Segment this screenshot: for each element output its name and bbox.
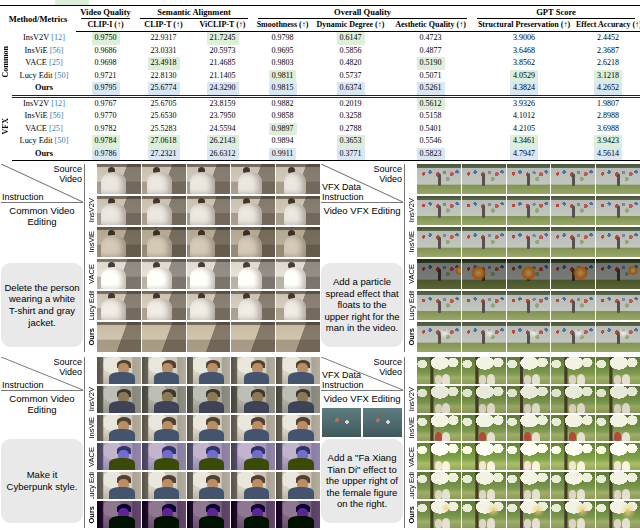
video-frame: [417, 501, 461, 528]
metric-value: 0.6147: [337, 32, 365, 45]
metric-value-cell: 0.5190: [389, 57, 472, 70]
metric-value-cell: 0.5612: [389, 96, 472, 110]
frame-effect-layer: [109, 401, 134, 413]
vfx-data-thumbnails: [321, 220, 403, 249]
metric-value: 0.9897: [269, 123, 297, 136]
metric-value: 22.8130: [148, 70, 180, 83]
video-frame: [462, 415, 506, 442]
frame-figure-layer: [572, 174, 575, 186]
metric-value-cell: 1.9807: [576, 96, 640, 110]
citation-ref: [12]: [49, 99, 65, 108]
video-frame: [417, 291, 461, 321]
video-frame: [97, 472, 141, 499]
row-group-label-text: VFX: [0, 118, 13, 134]
method-row-label: Ours: [85, 501, 97, 528]
frame-figure-layer: [527, 174, 530, 186]
metric-value-cell: 3.9326: [472, 96, 576, 110]
method-row-label: InsV2V: [405, 196, 417, 226]
frame-figure-layer: [617, 174, 620, 186]
video-row: InsViE: [85, 415, 320, 442]
video-frame: [462, 472, 506, 499]
metric-value-cell: 0.6147: [312, 32, 389, 45]
method-row-label-text: Lucy Edit: [87, 472, 96, 499]
method-row-label-text: VACE: [87, 264, 96, 284]
instruction-box: Add a "Fa Xiang Tian Di" effect to the u…: [321, 439, 403, 523]
video-frame: [507, 227, 551, 257]
frame-figure-layer: [190, 267, 215, 289]
frame-effect-layer: [199, 458, 224, 470]
vfx-data-thumbnail: [363, 220, 402, 249]
video-frame: [596, 357, 640, 384]
metric-value: 0.9784: [92, 135, 120, 148]
metric-value: 4.3461: [510, 135, 538, 148]
video-frame: [551, 357, 595, 384]
method-name-cell: Lucy Edit [50]: [12, 135, 76, 148]
method-name-cell: VACE [25]: [12, 57, 76, 70]
video-frame: [276, 227, 320, 257]
vfx-data-thumbnail: [322, 408, 361, 437]
row-group-label: VFX: [0, 96, 12, 161]
frame-effect-layer: [573, 328, 584, 338]
metric-value-cell: 0.9698: [76, 57, 135, 70]
video-frame: [596, 472, 640, 499]
frame-figure-layer: [442, 432, 450, 442]
frame-effect-layer: [109, 487, 134, 499]
frame-effect-layer: [628, 266, 638, 275]
frame-strip: [97, 501, 320, 528]
video-frame: [507, 386, 551, 413]
frame-figure-layer: [569, 432, 576, 441]
metric-value-cell: 3.6988: [576, 123, 640, 136]
figure-section-top: Source VideoInstructionCommon Video Edit…: [0, 164, 640, 352]
panel-corner-cell: Source VideoVFX Data Instruction: [321, 357, 403, 391]
video-frame: [462, 164, 506, 194]
video-frame: [187, 443, 231, 470]
metric-value-cell: 0.9911: [253, 148, 312, 161]
video-frame: [551, 415, 595, 442]
frame-effect-layer: [439, 328, 450, 338]
metric-value-cell: 0.4877: [389, 45, 472, 58]
metric-value-cell: 4.3461: [472, 135, 576, 148]
video-frame: [231, 386, 275, 413]
video-frame: [231, 501, 275, 528]
method-row-label: Ours: [405, 501, 417, 528]
video-frame: [142, 164, 186, 194]
metric-value-cell: 23.0331: [135, 45, 192, 58]
video-frame: [462, 357, 506, 384]
method-row-label: Ours: [85, 322, 97, 352]
frame-figure-layer: [479, 432, 486, 441]
video-row: Lucy Edit: [405, 291, 640, 321]
frame-figure-layer: [487, 489, 495, 499]
metric-column-header: CLIP-T (↑): [135, 19, 192, 32]
metric-value: 3.9423: [594, 135, 622, 148]
metric-value: 4.3824: [510, 82, 538, 95]
method-name-cell: InsViE [56]: [12, 110, 76, 123]
video-frame: [462, 501, 506, 528]
panel-info-column: Source VideoInstructionCommon Video Edit…: [0, 357, 85, 528]
video-frame: [417, 227, 461, 257]
metric-value: 3.6988: [594, 123, 622, 136]
frame-effect-layer: [154, 401, 179, 413]
frame-figure-layer: [527, 301, 530, 313]
metric-value: 0.9911: [269, 148, 297, 161]
video-frame: [231, 291, 275, 321]
metric-value-cell: 0.9795: [76, 82, 135, 96]
video-row: Lucy Edit: [85, 291, 320, 321]
metric-value-cell: 0.2019: [312, 96, 389, 110]
method-name: Ours: [35, 149, 53, 158]
metric-value-cell: 0.5158: [389, 110, 472, 123]
video-frame: [97, 196, 141, 226]
citation-ref: [50]: [53, 136, 69, 145]
frame-strip: [97, 415, 320, 442]
frame-strip: [417, 357, 640, 384]
frame-figure-layer: [101, 235, 126, 257]
frame-strip: [97, 322, 320, 352]
task-label: Common Video Editing: [1, 206, 83, 228]
video-frame: [417, 357, 461, 384]
video-frame: [551, 322, 595, 352]
metric-value: 0.9786: [92, 148, 120, 161]
method-row-label-text: InsViE: [87, 231, 96, 253]
method-row-label-text: Ours: [407, 328, 416, 346]
frame-figure-layer: [284, 298, 307, 320]
frame-effect-layer: [288, 516, 313, 528]
metric-value: 4.7947: [510, 148, 538, 161]
